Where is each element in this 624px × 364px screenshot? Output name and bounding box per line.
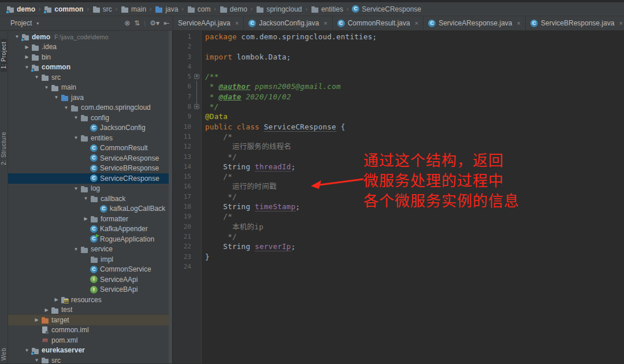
tree-item[interactable]: ▼demoF:\java_code\demo [8, 32, 172, 42]
editor-tab[interactable]: CServiceBResponse.java× [526, 16, 624, 30]
expand-arrow-icon[interactable]: ▶ [23, 44, 31, 50]
tree-item[interactable]: ▼entities [8, 133, 172, 143]
tree-item[interactable]: ▼log [8, 184, 172, 194]
tree-item[interactable]: ▼src [8, 72, 172, 83]
breadcrumb-item[interactable]: src [91, 5, 114, 13]
collapse-arrow-icon[interactable]: ▼ [72, 186, 80, 191]
editor-tab[interactable]: CCommonResult.java× [333, 16, 424, 30]
tree-item[interactable]: mpom.xml [8, 335, 172, 346]
tree-item[interactable]: ▶formatter [8, 214, 172, 224]
breadcrumb-item[interactable]: main [119, 5, 148, 13]
tree-item[interactable]: CServiceAResponse [8, 153, 172, 164]
breadcrumb-item[interactable]: common [42, 5, 85, 13]
tree-item-label: bin [42, 53, 51, 61]
close-icon[interactable]: × [517, 20, 521, 27]
tree-item[interactable]: ▼callback [8, 194, 172, 204]
tree-item[interactable]: ▶resources [8, 295, 172, 305]
fold-column [192, 142, 202, 151]
collapse-arrow-icon[interactable]: ▼ [23, 348, 31, 353]
tree-item[interactable]: CServiceCResponse [8, 173, 172, 184]
tool-window-button[interactable]: Web [1, 345, 7, 363]
collapse-all-icon[interactable]: ⇅ [134, 19, 140, 27]
expand-arrow-icon[interactable]: ▶ [81, 216, 90, 221]
hide-panel-icon[interactable]: ⇤ [164, 19, 169, 27]
code-token: com.demo.springcloud.entities; [242, 32, 377, 41]
collapse-arrow-icon[interactable]: ▼ [42, 85, 51, 90]
collapse-arrow-icon[interactable]: ▼ [72, 247, 80, 252]
breadcrumb-item[interactable]: CServiceCResponse [350, 5, 423, 13]
tool-window-button[interactable]: 1: Project [1, 39, 7, 72]
locate-icon[interactable]: ⊗ [124, 19, 130, 27]
tree-item[interactable]: CServiceBResponse [8, 164, 172, 174]
chevron-down-icon[interactable]: ▾ [36, 21, 39, 26]
tree-item[interactable]: IServiceBApi [8, 285, 172, 295]
fold-marker-icon[interactable]: ▴ [194, 104, 199, 109]
tree-item[interactable]: CRogueApplication [8, 234, 172, 244]
tree-item[interactable]: ▼service [8, 244, 172, 255]
editor-tab[interactable]: ServiceAApi.java× [173, 16, 244, 30]
tree-item[interactable]: CCommonResult [8, 143, 172, 154]
tree-item[interactable]: ▶.idea [8, 42, 172, 53]
collapse-arrow-icon[interactable]: ▼ [32, 75, 41, 80]
source-text: import lombok.Data; [202, 52, 291, 62]
breadcrumb-separator: › [180, 6, 184, 12]
settings-icon[interactable]: ⚙▾ [150, 19, 159, 27]
tree-item[interactable]: impl [8, 254, 172, 265]
main-area: 1: Project2: StructureWeb ▼demoF:\java_c… [0, 31, 624, 363]
expand-arrow-icon[interactable]: ▶ [52, 297, 61, 302]
tree-item[interactable]: CCommonService [8, 265, 172, 275]
tool-window-button[interactable]: 2: Structure [1, 129, 7, 168]
close-icon[interactable]: × [619, 20, 622, 27]
tree-item[interactable]: common.iml [8, 325, 172, 336]
collapse-arrow-icon[interactable]: ▼ [81, 196, 90, 201]
breadcrumb-item[interactable]: com [185, 5, 213, 13]
close-icon[interactable]: × [235, 20, 239, 27]
class-icon: C [90, 124, 98, 132]
expand-arrow-icon[interactable]: ▶ [42, 307, 51, 313]
tree-item[interactable]: ▶target [8, 315, 172, 325]
tree-item[interactable]: ▶bin [8, 52, 172, 62]
tree-scrollbar[interactable] [169, 31, 172, 363]
breadcrumb-item[interactable]: demo [5, 5, 37, 13]
tree-item[interactable]: ▼eurekaserver [8, 346, 172, 356]
tree-item[interactable]: CKafkaAppender [8, 224, 172, 235]
collapse-arrow-icon[interactable]: ▼ [13, 34, 21, 39]
collapse-arrow-icon[interactable]: ▼ [62, 105, 70, 110]
tree-item[interactable]: ▼config [8, 113, 172, 123]
tree-item[interactable]: ▶test [8, 305, 172, 315]
tree-item[interactable]: ▼src [8, 355, 172, 363]
breadcrumb-separator: › [114, 6, 118, 12]
breadcrumb-item[interactable]: demo [218, 5, 249, 13]
breadcrumb-separator: › [250, 6, 254, 12]
collapse-arrow-icon[interactable]: ▼ [72, 115, 80, 120]
project-panel-title[interactable]: Project [10, 19, 32, 27]
collapse-arrow-icon[interactable]: ▼ [23, 65, 31, 70]
collapse-arrow-icon[interactable]: ▼ [32, 358, 41, 363]
tree-item-label: demo [32, 33, 50, 41]
breadcrumb-item[interactable]: entities [309, 5, 345, 13]
breadcrumb-item[interactable]: java [153, 5, 180, 13]
tree-item[interactable]: ▼main [8, 83, 172, 93]
expand-arrow-icon[interactable]: ▶ [23, 54, 31, 60]
editor-tab[interactable]: CJacksonConfig.java× [244, 16, 333, 30]
tree-item[interactable]: CJacksonConfig [8, 123, 172, 133]
close-icon[interactable]: × [324, 20, 327, 27]
tree-item[interactable]: ▼common [8, 62, 172, 73]
tree-item[interactable]: ▼com.demo.springcloud [8, 103, 172, 113]
code-token: import [205, 53, 237, 61]
close-icon[interactable]: × [415, 20, 418, 27]
module-badge [43, 10, 47, 14]
fold-marker-icon[interactable]: ▾ [194, 74, 199, 79]
collapse-arrow-icon[interactable]: ▼ [52, 95, 61, 100]
breadcrumb-item[interactable]: springcloud [254, 5, 303, 13]
tree-item[interactable]: CkafkaLogCallBack [8, 204, 172, 214]
expand-arrow-icon[interactable]: ▶ [32, 317, 41, 322]
tree-item-label: eurekaserver [42, 346, 85, 354]
fold-column [192, 62, 202, 72]
collapse-arrow-icon[interactable]: ▼ [72, 135, 80, 140]
tree-item-label: test [61, 306, 72, 314]
module-icon [6, 5, 14, 13]
editor-tab[interactable]: CServiceAResponse.java× [424, 16, 526, 30]
tree-item[interactable]: IServiceAApi [8, 274, 172, 285]
tree-item[interactable]: ▼java [8, 92, 172, 103]
